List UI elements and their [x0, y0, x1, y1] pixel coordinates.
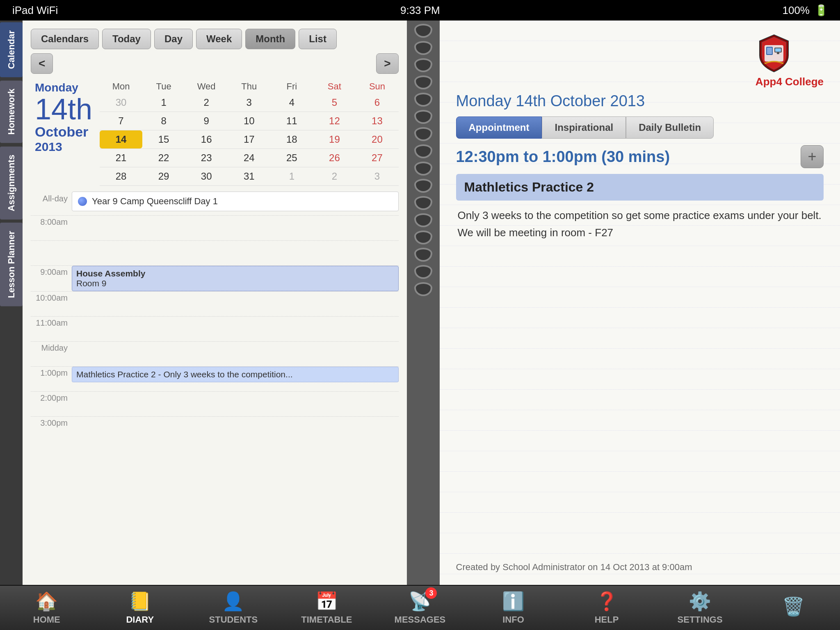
cal-cell[interactable]: 8: [142, 112, 185, 130]
cal-cell[interactable]: 3: [228, 94, 270, 112]
cal-cell[interactable]: 4: [270, 94, 313, 112]
year-num: 2013: [35, 140, 92, 154]
spiral-ring: [414, 248, 432, 262]
month-button[interactable]: Month: [245, 29, 295, 49]
calendars-button[interactable]: Calendars: [31, 29, 99, 49]
cal-cell[interactable]: 17: [228, 130, 270, 148]
sidebar-item-assignments[interactable]: Assignments: [0, 146, 23, 219]
cal-cell[interactable]: 28: [100, 167, 142, 185]
sidebar-item-calendar[interactable]: Calendar: [0, 22, 23, 77]
cal-cell[interactable]: 5: [313, 94, 356, 112]
cal-cell[interactable]: 11: [270, 112, 313, 130]
tab-inspirational[interactable]: Inspirational: [542, 116, 626, 139]
cal-cell[interactable]: 1: [142, 94, 185, 112]
nav-home-label: HOME: [33, 614, 60, 625]
spiral-ring: [414, 265, 432, 279]
add-event-button[interactable]: +: [801, 145, 824, 168]
messages-badge: 3: [425, 587, 437, 599]
nav-help-label: HELP: [595, 614, 619, 625]
spiral-ring: [414, 196, 432, 210]
nav-settings[interactable]: ⚙️ SETTINGS: [667, 591, 733, 625]
week-button[interactable]: Week: [196, 29, 242, 49]
mathletics-event[interactable]: Mathletics Practice 2 - Only 3 weeks to …: [72, 367, 399, 382]
nav-help[interactable]: ❓ HELP: [574, 591, 639, 625]
sidebar-item-lessonplanner[interactable]: Lesson Planner: [0, 223, 23, 306]
nav-settings-label: SETTINGS: [678, 614, 723, 625]
cal-cell[interactable]: 20: [356, 130, 398, 148]
cal-cell-today[interactable]: 14: [100, 130, 142, 148]
nav-students[interactable]: 👤 STUDENTS: [201, 591, 266, 625]
cal-cell[interactable]: 23: [185, 149, 228, 167]
cal-cell[interactable]: 2: [185, 94, 228, 112]
cal-cell[interactable]: 22: [142, 149, 185, 167]
time-slot-300: 3:00pm: [31, 416, 399, 441]
time-label-900: 9:00am: [31, 266, 68, 291]
time-label-800: 8:00am: [31, 216, 68, 240]
cal-cell[interactable]: 30: [100, 94, 142, 112]
spiral-ring: [414, 24, 432, 38]
prev-button[interactable]: <: [31, 53, 53, 74]
cal-cell[interactable]: 13: [356, 112, 398, 130]
settings-icon: ⚙️: [689, 591, 711, 612]
house-assembly-event[interactable]: House Assembly Room 9: [72, 266, 399, 291]
nav-timetable[interactable]: 📅 TIMETABLE: [294, 591, 359, 625]
cal-cell[interactable]: 30: [185, 167, 228, 185]
cal-cell[interactable]: 31: [228, 167, 270, 185]
tab-daily-bulletin[interactable]: Daily Bulletin: [626, 116, 714, 139]
cal-cell[interactable]: 2: [313, 167, 356, 185]
day-button[interactable]: Day: [154, 29, 193, 49]
cal-cell[interactable]: 29: [142, 167, 185, 185]
notebook: Calendar Homework Assignments Lesson Pla…: [0, 21, 840, 585]
cal-cell[interactable]: 16: [185, 130, 228, 148]
cal-cell[interactable]: 27: [356, 149, 398, 167]
time-content-830: [72, 241, 399, 265]
nav-trash[interactable]: 🗑️: [760, 596, 826, 620]
time-content-100: Mathletics Practice 2 - Only 3 weeks to …: [72, 367, 399, 391]
list-button[interactable]: List: [299, 29, 337, 49]
today-button[interactable]: Today: [102, 29, 151, 49]
cal-cell[interactable]: 26: [313, 149, 356, 167]
cal-cell[interactable]: 9: [185, 112, 228, 130]
trash-icon: 🗑️: [782, 596, 805, 617]
calendar-toolbar: Calendars Today Day Week Month List: [31, 29, 399, 49]
cal-cell[interactable]: 6: [356, 94, 398, 112]
cal-cell[interactable]: 12: [313, 112, 356, 130]
next-button[interactable]: >: [376, 53, 398, 74]
cal-header-tue: Tue: [142, 80, 185, 94]
status-right: 100% 🔋: [782, 4, 828, 17]
cal-cell[interactable]: 1: [270, 167, 313, 185]
info-icon: ℹ️: [502, 591, 525, 612]
event-time-range: 12:30pm to 1:00pm (30 mins): [456, 148, 670, 166]
svg-rect-5: [777, 52, 779, 54]
cal-cell[interactable]: 10: [228, 112, 270, 130]
month-name: October: [35, 124, 92, 140]
time-slots: 8:00am 9:00am House Assembly Room 9 10:0…: [31, 215, 399, 577]
cal-cell[interactable]: 3: [356, 167, 398, 185]
sidebar-item-homework[interactable]: Homework: [0, 80, 23, 143]
cal-cell[interactable]: 21: [100, 149, 142, 167]
nav-home[interactable]: 🏠 HOME: [14, 591, 80, 625]
cal-week-4: 21 22 23 24 25 26 27: [100, 149, 399, 167]
cal-header-wed: Wed: [185, 80, 228, 94]
cal-cell[interactable]: 18: [270, 130, 313, 148]
cal-cell[interactable]: 19: [313, 130, 356, 148]
status-left: iPad WiFi: [12, 4, 58, 17]
nav-diary[interactable]: 📒 DIARY: [107, 591, 173, 625]
spiral-ring: [414, 93, 432, 107]
tab-appointment[interactable]: Appointment: [456, 116, 542, 139]
time-content-1100: [72, 317, 399, 341]
time-label-1100: 11:00am: [31, 317, 68, 341]
cal-cell[interactable]: 24: [228, 149, 270, 167]
allday-event[interactable]: Year 9 Camp Queenscliff Day 1: [72, 192, 399, 211]
time-slot-800: 8:00am: [31, 215, 399, 240]
time-content-900: House Assembly Room 9: [72, 266, 399, 291]
cal-cell[interactable]: 15: [142, 130, 185, 148]
cal-cell[interactable]: 7: [100, 112, 142, 130]
nav-info[interactable]: ℹ️ INFO: [481, 591, 546, 625]
nav-messages[interactable]: 📡 3 MESSAGES: [387, 591, 453, 625]
cal-header-sat: Sat: [313, 80, 356, 94]
nav-diary-label: DIARY: [126, 614, 154, 625]
cal-cell[interactable]: 25: [270, 149, 313, 167]
time-range-row: 12:30pm to 1:00pm (30 mins) +: [456, 145, 824, 168]
calendar-body: Monday 14th October 2013 Mon Tue Wed Thu…: [31, 80, 399, 186]
